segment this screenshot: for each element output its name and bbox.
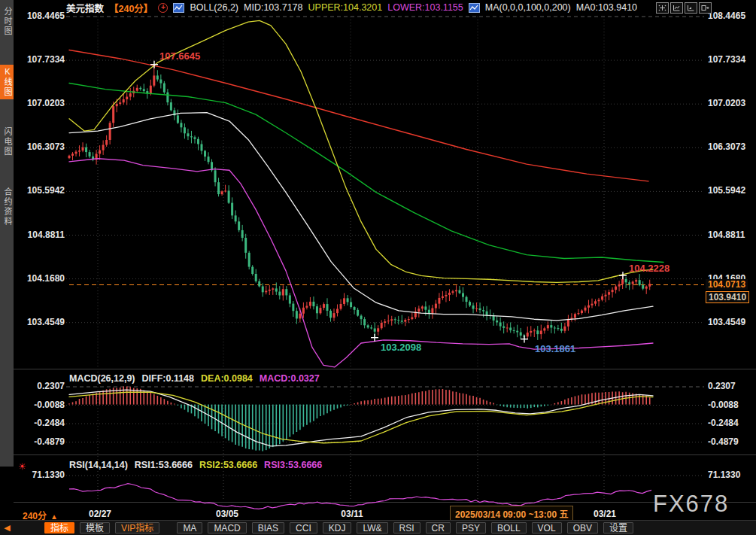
macd-axis-label-right: -0.4879	[708, 436, 739, 447]
sidebar: 分时图 K线图 闪电图 合约资料	[0, 0, 14, 467]
toolbar-button[interactable]: OBV	[567, 522, 598, 533]
toolbar-button[interactable]: LW&	[357, 522, 387, 533]
ma0-value: MA0:103.9410	[576, 2, 637, 13]
sidebar-item-time-chart[interactable]: 分时图	[0, 5, 14, 38]
y-axis-label-right: 103.4549	[708, 317, 745, 327]
x-axis-date-label: 03/05	[216, 509, 238, 519]
price-annotation: 104.2228	[629, 263, 669, 274]
sidebar-item-contract-info[interactable]: 合约资料	[0, 185, 14, 229]
y-axis-label-right: 106.3073	[708, 141, 745, 152]
toolbar-button[interactable]: 设置	[603, 522, 633, 533]
toolbar-button[interactable]: VOL	[532, 522, 562, 533]
macd-name: MACD(26,12,9)	[69, 373, 135, 384]
macd-axis-label-left: -0.0088	[23, 400, 65, 410]
price-annotation: 103.2098	[381, 342, 421, 353]
zoom-y-axis-icon[interactable]	[670, 2, 683, 14]
y-axis-label-left: 106.3073	[23, 141, 65, 152]
y-axis-label-left: 108.4465	[23, 11, 65, 21]
zoom-x-axis-icon[interactable]	[685, 2, 697, 14]
boll-upper-value: UPPER:104.3201	[308, 2, 383, 13]
add-indicator-icon[interactable]: +	[158, 3, 168, 13]
toolbar-button[interactable]: 模板	[80, 522, 110, 533]
y-axis-label-right: 107.7334	[708, 54, 745, 65]
x-axis-date-label: 03/21	[594, 509, 616, 519]
boll-label: BOLL(26,2)	[190, 2, 238, 13]
boll-mid-value: MID:103.7178	[244, 2, 303, 13]
x-axis-date-label: 03/11	[341, 509, 363, 519]
macd-axis-label-left: -0.2484	[23, 418, 65, 428]
macd-dea-value: DEA:0.0984	[201, 373, 253, 384]
toolbar-button[interactable]: BOLL	[491, 522, 527, 533]
boll-indicator-icon[interactable]	[173, 3, 184, 13]
toolbar-button[interactable]: MA	[177, 522, 202, 533]
watermark: FX678	[653, 491, 729, 518]
y-axis-label-left: 104.8811	[23, 230, 65, 240]
macd-axis-label-left: -0.4879	[23, 436, 65, 447]
rsi3-value: RSI3:53.6666	[264, 460, 322, 470]
y-axis-label-left: 107.0203	[23, 98, 65, 108]
y-axis-label-left: 107.7334	[23, 54, 65, 65]
y-axis-label-left: 103.4549	[23, 317, 65, 327]
x-axis-date-label: 02/27	[89, 509, 111, 519]
rsi-axis-label-left: 71.1330	[23, 470, 65, 480]
restore-layout-icon[interactable]	[656, 2, 669, 14]
rsi2-value: RSI2:53.6666	[199, 460, 257, 470]
bottom-toolbar: ◀ 指标模板VIP指标MAMACDBIASCCIKDJLW&RSICRPSYBO…	[0, 520, 756, 535]
symbol-name: 美元指数	[66, 1, 104, 15]
ma-label: MA(0,0,0,100,0,200)	[485, 2, 571, 13]
rsi-axis-label-right: 71.1330	[708, 470, 740, 480]
y-axis-label-right: 107.0203	[708, 98, 745, 108]
indicator-header: 美元指数 【240分】 + BOLL(26,2) MID:103.7178 UP…	[66, 2, 637, 14]
sidebar-item-kline-chart[interactable]: K线图	[0, 65, 14, 99]
toolbar-button[interactable]: KDJ	[323, 522, 352, 533]
y-axis-label-left: 105.5942	[23, 185, 65, 196]
price-annotation: 103.1861	[535, 343, 575, 354]
toolbar-button[interactable]: RSI	[393, 522, 421, 533]
toolbar-button[interactable]: PSY	[456, 522, 486, 533]
y-axis-label-right: 108.4465	[708, 11, 745, 21]
y-axis-label-right: 105.5942	[708, 185, 745, 196]
macd-axis-label-right: -0.2484	[708, 418, 739, 428]
toolbar-button[interactable]: CR	[426, 522, 451, 533]
toolbar-back-icon[interactable]: ◀	[2, 523, 12, 533]
period-label[interactable]: 【240分】	[109, 1, 153, 15]
current-price-tag: 104.0713	[706, 279, 748, 290]
toolbar-button[interactable]: 指标	[44, 522, 74, 533]
selected-session-label: 2025/03/14 09:00 ~13:00 五	[450, 506, 573, 521]
boll-lower-value: LOWER:103.1155	[387, 2, 463, 13]
macd-axis-label-left: 0.2307	[23, 381, 65, 391]
toolbar-button[interactable]: MACD	[208, 522, 246, 533]
macd-macd-value: MACD:0.0327	[260, 373, 320, 384]
app-window: 107.6645104.2228103.2098103.1861 分时图 K线图…	[0, 0, 756, 535]
chart-canvas[interactable]: 107.6645104.2228103.2098103.1861	[0, 0, 756, 535]
rsi1-value: RSI1:53.6666	[135, 460, 193, 470]
macd-label-row: MACD(26,12,9) DIFF:0.1148 DEA:0.0984 MAC…	[69, 373, 320, 384]
rsi-label-row: RSI(14,14,14) RSI1:53.6666 RSI2:53.6666 …	[69, 460, 322, 470]
ma-indicator-icon[interactable]	[469, 3, 480, 13]
price-annotation: 107.6645	[159, 50, 200, 62]
y-axis-label-right: 104.8811	[708, 230, 745, 240]
sidebar-item-lightning-chart[interactable]: 闪电图	[0, 125, 14, 159]
y-axis-label-left: 104.1680	[23, 273, 65, 284]
toolbar-button[interactable]: VIP指标	[115, 522, 159, 533]
macd-axis-label-right: 0.2307	[708, 381, 736, 391]
chart-toolbar-icons	[656, 2, 712, 14]
ma0-price-tag: 103.9410	[706, 291, 749, 303]
rsi-name: RSI(14,14,14)	[69, 460, 128, 470]
toolbar-button[interactable]: CCI	[290, 522, 317, 533]
macd-diff-value: DIFF:0.1148	[142, 373, 194, 384]
toolbar-button[interactable]: BIAS	[252, 522, 284, 533]
macd-axis-label-right: -0.0088	[708, 400, 739, 410]
pan-right-icon[interactable]	[699, 2, 712, 14]
alert-sun-icon[interactable]: ☀	[18, 461, 26, 472]
